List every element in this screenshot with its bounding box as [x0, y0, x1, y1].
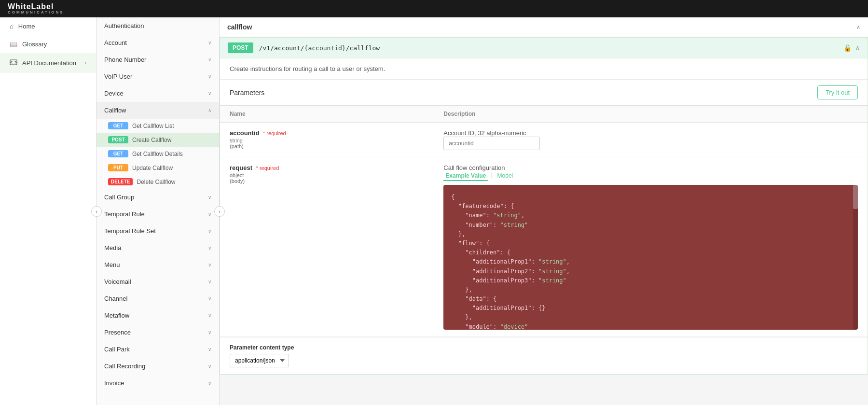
section-label: Metaflow	[104, 312, 129, 319]
content-type-label: Parameter content type	[230, 344, 858, 351]
code-scrollbar-thumb	[853, 185, 858, 209]
collapse-left-btn[interactable]: ‹	[91, 206, 102, 217]
sidebar-item-label: Glossary	[22, 41, 47, 48]
nav-section-callflow[interactable]: Callflow ∧	[96, 102, 219, 119]
parameters-header: Parameters Try it out	[220, 80, 868, 106]
chevron-down-icon: ∨	[208, 262, 211, 267]
nav-section-account[interactable]: Account ∨	[96, 34, 219, 51]
svg-rect-0	[10, 60, 17, 65]
post-badge: POST	[108, 136, 128, 143]
chevron-down-icon: ∨	[208, 74, 211, 79]
section-header-callflow[interactable]: callflow ∧	[220, 17, 868, 37]
delete-badge: DELETE	[108, 178, 133, 185]
code-scrollbar	[853, 185, 858, 330]
param-name-cell: request * required object (body)	[220, 157, 434, 337]
chevron-down-icon: ∨	[208, 91, 211, 96]
item-label: Get Callflow List	[132, 123, 174, 129]
item-label: Delete Callflow	[137, 179, 175, 185]
model-tab[interactable]: Model	[496, 171, 515, 181]
example-value-tabs: Example Value | Model	[443, 171, 858, 181]
section-label: Channel	[104, 295, 127, 302]
param-name: accountid	[230, 129, 259, 137]
nav-section-temporal-rule-set[interactable]: Temporal Rule Set ∨	[96, 223, 219, 239]
table-row: request * required object (body) Call fl…	[220, 157, 868, 337]
col-description-header: Description	[434, 106, 868, 123]
param-required-badge: * required	[263, 130, 286, 136]
content-type-select[interactable]: application/json	[230, 354, 289, 367]
nav-section-voip-user[interactable]: VoIP User ∨	[96, 68, 219, 85]
nav-section-temporal-rule[interactable]: Temporal Rule ∨	[96, 206, 219, 223]
nav-section-media[interactable]: Media ∨	[96, 239, 219, 256]
param-location: (path)	[230, 143, 424, 149]
item-label: Create Callflow	[132, 137, 171, 143]
section-chevron-up-icon: ∧	[856, 24, 860, 30]
get-badge: GET	[108, 122, 128, 129]
nav-section-authentication[interactable]: Authentication	[96, 17, 219, 34]
chevron-up-icon: ∧	[208, 108, 211, 113]
section-label: Temporal Rule Set	[104, 227, 156, 235]
chevron-down-icon: ∨	[208, 347, 211, 352]
collapse-right-btn[interactable]: ‹	[214, 206, 225, 217]
parameters-table: Name Description accountid * required	[220, 106, 868, 337]
chevron-down-icon: ∨	[208, 40, 211, 45]
section-label: Authentication	[104, 22, 144, 29]
sidebar-item-api-docs[interactable]: API Documentation ›	[0, 53, 96, 73]
nav-section-call-recording[interactable]: Call Recording ∨	[96, 358, 219, 375]
nav-section-call-park[interactable]: Call Park ∨	[96, 341, 219, 358]
content-area: callflow ∧ POST /v1/account/{accountid}/…	[220, 17, 868, 405]
section-label: Media	[104, 244, 121, 251]
sidebar-item-glossary[interactable]: 📖 Glossary	[0, 35, 96, 53]
item-label: Get Callflow Details	[132, 151, 183, 157]
section-label: Temporal Rule	[104, 210, 145, 218]
main-layout: ⌂ Home 📖 Glossary API Documentation › ‹ …	[0, 17, 868, 405]
nav-item-create-callflow[interactable]: POST Create Callflow	[96, 133, 219, 147]
param-description: Account ID, 32 alpha-numeric	[443, 129, 858, 137]
nav-item-get-callflow-details[interactable]: GET Get Callflow Details	[96, 147, 219, 161]
sidebar-item-home[interactable]: ⌂ Home	[0, 17, 96, 35]
section-label: Callflow	[104, 107, 126, 114]
topbar: WhiteLabel COMMUNICATIONS	[0, 0, 868, 17]
nav-section-channel[interactable]: Channel ∨	[96, 290, 219, 307]
nav-section-invoice[interactable]: Invoice ∨	[96, 375, 219, 391]
section-label: Call Recording	[104, 363, 145, 370]
param-input-accountid[interactable]	[443, 137, 540, 150]
section-label: Phone Number	[104, 56, 146, 63]
chevron-down-icon: ∨	[208, 245, 211, 251]
parameters-label: Parameters	[230, 89, 264, 97]
secondary-nav-wrapper: ‹ Authentication Account ∨ Phone Number …	[96, 17, 220, 405]
parameters-section: Parameters Try it out Name Description	[220, 80, 868, 374]
chevron-down-icon: ∨	[208, 57, 211, 62]
nav-section-call-group[interactable]: Call Group ∨	[96, 189, 219, 206]
chevron-up-icon: ∧	[855, 44, 860, 51]
example-value-tab[interactable]: Example Value	[443, 171, 488, 181]
sidebar-item-label: Home	[18, 23, 35, 30]
chevron-down-icon: ∨	[208, 363, 211, 369]
chevron-down-icon: ∨	[208, 228, 211, 234]
section-label: Device	[104, 90, 124, 97]
nav-section-menu[interactable]: Menu ∨	[96, 256, 219, 273]
put-badge: PUT	[108, 164, 128, 171]
chevron-right-icon: ›	[85, 60, 86, 66]
nav-item-delete-callflow[interactable]: DELETE Delete Callflow	[96, 175, 219, 189]
nav-section-voicemail[interactable]: Voicemail ∨	[96, 273, 219, 290]
param-description: Call flow configuration	[443, 164, 858, 171]
chevron-down-icon: ∨	[208, 313, 211, 318]
param-type: string	[230, 138, 424, 143]
nav-item-update-callflow[interactable]: PUT Update Callflow	[96, 161, 219, 175]
section-label: Account	[104, 39, 127, 46]
code-content: { "featurecode": { "name": "string", "nu…	[451, 193, 850, 330]
param-name-cell: accountid * required string (path)	[220, 123, 434, 157]
logo-main: WhiteLabel	[8, 2, 64, 11]
section-label: Voicemail	[104, 278, 131, 285]
nav-item-get-callflow-list[interactable]: GET Get Callflow List	[96, 119, 219, 133]
try-it-out-button[interactable]: Try it out	[817, 85, 858, 99]
nav-section-metaflow[interactable]: Metaflow ∨	[96, 307, 219, 324]
secondary-nav: Authentication Account ∨ Phone Number ∨ …	[96, 17, 220, 405]
nav-section-device[interactable]: Device ∨	[96, 85, 219, 102]
nav-section-phone-number[interactable]: Phone Number ∨	[96, 51, 219, 68]
param-name: request	[230, 164, 252, 171]
home-icon: ⌂	[10, 23, 14, 30]
section-label: Call Group	[104, 194, 134, 201]
section-label: Presence	[104, 329, 131, 336]
nav-section-presence[interactable]: Presence ∨	[96, 324, 219, 341]
